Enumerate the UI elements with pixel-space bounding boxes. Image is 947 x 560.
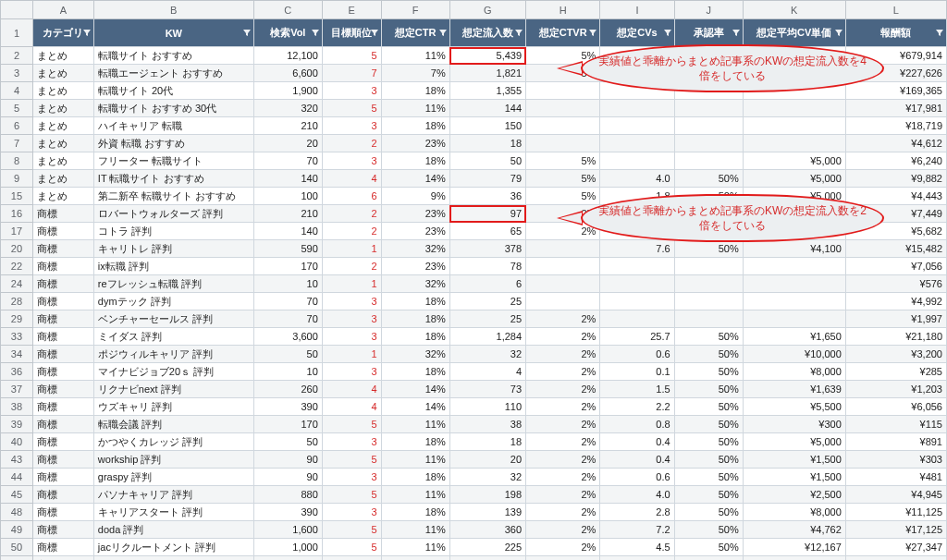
cell-C[interactable]: 50	[253, 433, 322, 451]
cell-E[interactable]: 5	[322, 556, 381, 561]
row-number[interactable]: 15	[1, 188, 33, 205]
cell-E[interactable]: 3	[322, 310, 381, 328]
cell-J[interactable]	[674, 275, 743, 293]
filter-icon[interactable]	[732, 29, 741, 38]
cell-G[interactable]: 360	[449, 521, 525, 539]
row-number[interactable]: 49	[1, 521, 33, 539]
row-number[interactable]: 43	[1, 451, 33, 469]
cell-H[interactable]: 2%	[526, 398, 600, 416]
cell-L[interactable]: ¥4,443	[845, 188, 946, 205]
header-C[interactable]: 検索Vol	[253, 19, 322, 47]
cell-J[interactable]: 50%	[674, 240, 743, 258]
filter-icon[interactable]	[514, 29, 523, 38]
cell-B[interactable]: キャリトレ 評判	[93, 240, 253, 258]
cell-A[interactable]: 商標	[32, 258, 93, 275]
cell-L[interactable]: ¥481	[845, 469, 946, 486]
cell-I[interactable]	[600, 100, 674, 117]
cell-L[interactable]: ¥6,056	[845, 398, 946, 416]
cell-H[interactable]: 5%	[526, 188, 600, 205]
cell-B[interactable]: コトラ 評判	[93, 223, 253, 240]
cell-C[interactable]: 140	[253, 223, 322, 240]
cell-E[interactable]: 5	[322, 100, 381, 117]
cell-F[interactable]: 18%	[381, 82, 449, 100]
cell-C[interactable]: 5,400	[253, 556, 322, 561]
cell-G[interactable]: 378	[449, 240, 525, 258]
cell-A[interactable]: まとめ	[32, 170, 93, 188]
cell-C[interactable]: 70	[253, 152, 322, 170]
cell-F[interactable]: 23%	[381, 223, 449, 240]
row-number[interactable]: 37	[1, 381, 33, 398]
cell-F[interactable]: 23%	[381, 258, 449, 275]
cell-K[interactable]	[743, 100, 845, 117]
cell-A[interactable]: 商標	[32, 521, 93, 539]
cell-J[interactable]: 50%	[674, 469, 743, 486]
cell-L[interactable]: ¥9,882	[845, 170, 946, 188]
cell-C[interactable]: 140	[253, 170, 322, 188]
cell-L[interactable]: ¥21,180	[845, 328, 946, 346]
cell-A[interactable]: 商標	[32, 363, 93, 381]
cell-B[interactable]: ハイキャリア 転職	[93, 117, 253, 135]
column-header-C[interactable]: C	[253, 1, 322, 19]
cell-H[interactable]: 2%	[526, 486, 600, 504]
cell-G[interactable]: 1,284	[449, 328, 525, 346]
row-number[interactable]: 20	[1, 240, 33, 258]
cell-F[interactable]: 11%	[381, 521, 449, 539]
cell-I[interactable]: 7.6	[600, 240, 674, 258]
column-header-G[interactable]: G	[449, 1, 525, 19]
cell-J[interactable]	[674, 258, 743, 275]
cell-A[interactable]: まとめ	[32, 117, 93, 135]
cell-A[interactable]: まとめ	[32, 65, 93, 82]
cell-J[interactable]: 50%	[674, 398, 743, 416]
cell-K[interactable]: ¥9,000	[743, 556, 845, 561]
cell-I[interactable]	[600, 117, 674, 135]
row-number[interactable]: 7	[1, 135, 33, 152]
cell-I[interactable]: 0.8	[600, 416, 674, 433]
cell-K[interactable]: ¥12,167	[743, 539, 845, 556]
cell-B[interactable]: ix転職 評判	[93, 258, 253, 275]
cell-F[interactable]: 23%	[381, 135, 449, 152]
cell-B[interactable]: 外資 転職 おすすめ	[93, 135, 253, 152]
cell-C[interactable]: 170	[253, 416, 322, 433]
cell-K[interactable]: ¥5,000	[743, 433, 845, 451]
cell-F[interactable]: 18%	[381, 433, 449, 451]
cell-I[interactable]	[600, 275, 674, 293]
cell-I[interactable]	[600, 258, 674, 275]
cell-A[interactable]: まとめ	[32, 82, 93, 100]
cell-J[interactable]: 50%	[674, 363, 743, 381]
cell-A[interactable]: まとめ	[32, 47, 93, 65]
cell-I[interactable]: 25.7	[600, 328, 674, 346]
cell-A[interactable]: 商標	[32, 240, 93, 258]
cell-B[interactable]: ベンチャーセールス 評判	[93, 310, 253, 328]
cell-B[interactable]: マイナビジョブ20ｓ 評判	[93, 363, 253, 381]
cell-L[interactable]: ¥4,992	[845, 293, 946, 310]
filter-icon[interactable]	[588, 29, 597, 38]
cell-H[interactable]	[526, 240, 600, 258]
cell-C[interactable]: 390	[253, 504, 322, 521]
column-header-I[interactable]: I	[600, 1, 674, 19]
column-header-B[interactable]: B	[93, 1, 253, 19]
cell-L[interactable]: ¥1,203	[845, 381, 946, 398]
cell-K[interactable]	[743, 310, 845, 328]
row-number[interactable]: 48	[1, 504, 33, 521]
cell-G[interactable]: 38	[449, 416, 525, 433]
cell-C[interactable]: 70	[253, 310, 322, 328]
cell-H[interactable]	[526, 82, 600, 100]
cell-C[interactable]: 1,600	[253, 521, 322, 539]
cell-K[interactable]: ¥1,500	[743, 451, 845, 469]
cell-G[interactable]: 25	[449, 310, 525, 328]
cell-C[interactable]: 1,900	[253, 82, 322, 100]
cell-G[interactable]: 144	[449, 100, 525, 117]
cell-C[interactable]: 390	[253, 398, 322, 416]
cell-H[interactable]: 5%	[526, 170, 600, 188]
cell-I[interactable]: 4.5	[600, 539, 674, 556]
cell-J[interactable]	[674, 152, 743, 170]
cell-G[interactable]: 1,821	[449, 65, 525, 82]
cell-B[interactable]: パソナキャリア 評判	[93, 486, 253, 504]
cell-F[interactable]: 11%	[381, 539, 449, 556]
cell-I[interactable]	[600, 152, 674, 170]
cell-I[interactable]: 0.4	[600, 433, 674, 451]
filter-icon[interactable]	[663, 29, 672, 38]
cell-B[interactable]: ミイダス 評判	[93, 328, 253, 346]
cell-E[interactable]: 5	[322, 521, 381, 539]
cell-K[interactable]	[743, 275, 845, 293]
